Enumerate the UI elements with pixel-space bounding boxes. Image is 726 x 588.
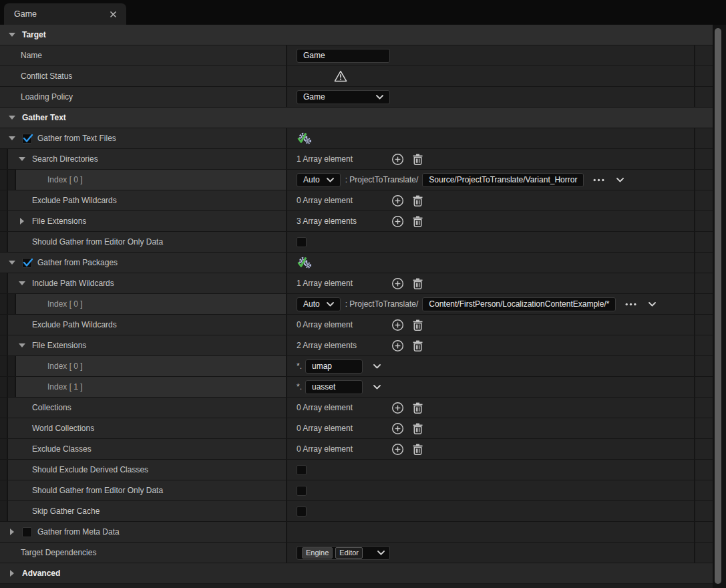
add-element-button[interactable] — [391, 443, 404, 456]
expander-down-icon[interactable] — [8, 32, 16, 37]
root-dropdown[interactable]: Auto — [297, 297, 341, 311]
add-element-button[interactable] — [391, 153, 404, 166]
reset-column-cell — [695, 439, 713, 459]
checkbox[interactable] — [297, 465, 307, 475]
property-name-cell: Index [ 0 ] — [0, 170, 287, 190]
expander-down-icon[interactable] — [8, 136, 16, 141]
property-label: Collections — [32, 403, 71, 412]
dropdown[interactable]: Game — [297, 90, 390, 104]
expander-down-icon[interactable] — [18, 343, 26, 348]
indent-rail — [0, 377, 8, 397]
property-value-cell: Game — [287, 87, 695, 107]
gather-config-icon[interactable] — [297, 132, 312, 146]
path-prefix-label: : ProjectToTranslate/ — [345, 299, 419, 309]
property-label: Target Dependencies — [21, 548, 96, 557]
add-element-button[interactable] — [391, 422, 404, 435]
property-label: Index [ 0 ] — [47, 299, 83, 309]
delete-elements-button[interactable] — [413, 423, 423, 434]
expander-right-icon[interactable] — [8, 570, 16, 577]
category-gather-text[interactable]: Gather Text — [0, 108, 713, 128]
details-panel: TargetNameGameConflict StatusLoading Pol… — [0, 25, 713, 584]
chevron-down-icon — [327, 299, 334, 309]
localization-target-window: Game TargetNameGameConflict StatusLoadin… — [0, 0, 726, 588]
array-count-label: 1 Array element — [297, 279, 391, 288]
reset-column-cell — [695, 543, 713, 563]
expander-down-icon[interactable] — [18, 156, 26, 162]
indent-rail — [8, 356, 16, 376]
delete-elements-button[interactable] — [413, 444, 423, 455]
expander-down-icon[interactable] — [18, 281, 26, 286]
indent-rail — [0, 149, 8, 169]
delete-elements-button[interactable] — [413, 216, 423, 227]
reset-column-cell — [695, 356, 713, 376]
delete-elements-button[interactable] — [413, 195, 423, 206]
expander-right-icon[interactable] — [8, 529, 16, 535]
delete-elements-button[interactable] — [413, 278, 423, 289]
scrollbar-track[interactable] — [713, 25, 726, 588]
category-advanced[interactable]: Advanced — [0, 563, 713, 584]
expander-down-icon[interactable] — [8, 260, 16, 265]
chevron-down-button[interactable] — [373, 364, 381, 369]
text-input[interactable]: Game — [297, 49, 390, 63]
property-name-cell: Name — [0, 45, 287, 65]
delete-elements-button[interactable] — [413, 319, 423, 331]
ellipsis-button[interactable] — [625, 303, 637, 306]
row-loading-policy: Loading PolicyGame — [0, 87, 713, 108]
tab-game[interactable]: Game — [4, 3, 126, 25]
row-gather-from-meta-data: Gather from Meta Data — [0, 522, 713, 543]
add-element-button[interactable] — [391, 194, 404, 207]
category-target[interactable]: Target — [0, 25, 713, 45]
property-label: Gather from Packages — [37, 258, 118, 267]
expander-right-icon[interactable] — [18, 218, 26, 225]
expander-down-icon[interactable] — [8, 115, 16, 120]
chevron-down-button[interactable] — [616, 178, 624, 182]
delete-elements-button[interactable] — [413, 154, 423, 165]
gather-config-icon[interactable] — [297, 256, 312, 270]
checkbox[interactable] — [22, 527, 32, 537]
add-element-button[interactable] — [391, 402, 404, 414]
property-name-cell: Gather from Packages — [0, 253, 287, 273]
chevron-down-button[interactable] — [373, 385, 381, 390]
extension-input[interactable]: umap — [305, 359, 363, 374]
add-element-button[interactable] — [391, 339, 404, 352]
property-label: Skip Gather Cache — [32, 506, 100, 516]
indent-rail — [0, 439, 8, 459]
checkbox[interactable] — [22, 134, 32, 144]
checkbox[interactable] — [297, 237, 307, 247]
property-value-cell — [287, 128, 695, 148]
checkbox[interactable] — [297, 486, 307, 496]
property-value-cell: 0 Array element — [287, 418, 695, 438]
property-label: Gather from Text Files — [37, 134, 116, 143]
delete-elements-button[interactable] — [413, 340, 423, 351]
close-icon[interactable] — [110, 11, 117, 18]
tab-title: Game — [14, 9, 37, 19]
delete-elements-button[interactable] — [413, 402, 423, 414]
extension-input[interactable]: uasset — [305, 380, 363, 394]
property-value-cell: 0 Array element — [287, 398, 695, 418]
indent-rail — [0, 398, 8, 418]
panel-bottom-filler — [0, 584, 726, 588]
add-element-button[interactable] — [391, 215, 404, 228]
row-include-path-wildcards: Include Path Wildcards1 Array element — [0, 273, 713, 294]
reset-column-cell — [695, 149, 713, 169]
root-dropdown[interactable]: Auto — [297, 173, 341, 187]
tags-dropdown[interactable]: EngineEditor — [297, 546, 390, 560]
scrollbar-thumb[interactable] — [715, 28, 721, 584]
path-input[interactable]: Content/FirstPerson/LocalizationContentE… — [422, 297, 616, 311]
chevron-down-button[interactable] — [649, 302, 656, 307]
reset-column-cell — [695, 232, 713, 252]
property-value-cell: 0 Array element — [287, 439, 695, 459]
add-element-button[interactable] — [391, 319, 404, 331]
row-target-dependencies: Target DependenciesEngineEditor — [0, 543, 713, 563]
add-element-button[interactable] — [391, 277, 404, 290]
indent-rail — [8, 294, 16, 314]
property-value-cell: 0 Array element — [287, 190, 695, 210]
indent-rail — [0, 190, 8, 210]
checkbox[interactable] — [297, 506, 307, 517]
property-label: Should Exclude Derived Classes — [32, 465, 148, 474]
ellipsis-button[interactable] — [593, 178, 604, 182]
row-file-extensions-index-1: Index [ 1 ]*.uasset — [0, 377, 713, 398]
checkbox[interactable] — [22, 258, 32, 268]
property-label: Exclude Classes — [32, 444, 92, 454]
path-input[interactable]: Source/ProjectToTranslate/Variant_Horror — [422, 173, 584, 187]
